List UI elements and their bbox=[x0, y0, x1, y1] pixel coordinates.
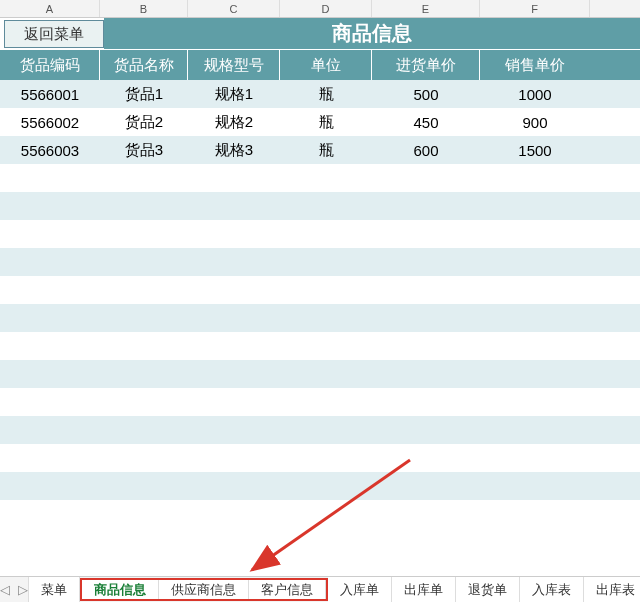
table-row[interactable] bbox=[0, 500, 640, 528]
sheet-tab[interactable]: 退货单 bbox=[456, 577, 520, 602]
cell-sale[interactable]: 900 bbox=[480, 108, 590, 136]
cell-code[interactable] bbox=[0, 276, 100, 304]
cell-unit[interactable] bbox=[280, 416, 372, 444]
cell-name[interactable] bbox=[100, 164, 188, 192]
sheet-tab[interactable]: 出库单 bbox=[392, 577, 456, 602]
cell-name[interactable] bbox=[100, 360, 188, 388]
cell-name[interactable]: 货品2 bbox=[100, 108, 188, 136]
cell-unit[interactable]: 瓶 bbox=[280, 80, 372, 108]
cell-code[interactable] bbox=[0, 248, 100, 276]
cell-unit[interactable] bbox=[280, 164, 372, 192]
cell-sale[interactable] bbox=[480, 472, 590, 500]
table-row[interactable] bbox=[0, 416, 640, 444]
sheet-tab[interactable]: 供应商信息 bbox=[159, 580, 249, 599]
cell-code[interactable]: 5566002 bbox=[0, 108, 100, 136]
cell-spec[interactable] bbox=[188, 192, 280, 220]
cell-sale[interactable] bbox=[480, 248, 590, 276]
cell-purchase[interactable] bbox=[372, 416, 480, 444]
cell-spec[interactable] bbox=[188, 472, 280, 500]
cell-code[interactable] bbox=[0, 332, 100, 360]
cell-unit[interactable]: 瓶 bbox=[280, 108, 372, 136]
cell-unit[interactable] bbox=[280, 332, 372, 360]
cell-spec[interactable] bbox=[188, 220, 280, 248]
cell-code[interactable] bbox=[0, 388, 100, 416]
sheet-tab[interactable]: 菜单 bbox=[29, 577, 80, 602]
cell-unit[interactable] bbox=[280, 388, 372, 416]
cell-spec[interactable] bbox=[188, 500, 280, 528]
cell-name[interactable] bbox=[100, 500, 188, 528]
cell-code[interactable] bbox=[0, 360, 100, 388]
cell-name[interactable]: 货品3 bbox=[100, 136, 188, 164]
cell-purchase[interactable] bbox=[372, 332, 480, 360]
cell-name[interactable] bbox=[100, 472, 188, 500]
cell-unit[interactable] bbox=[280, 360, 372, 388]
table-row[interactable] bbox=[0, 192, 640, 220]
table-row[interactable] bbox=[0, 220, 640, 248]
cell-name[interactable] bbox=[100, 304, 188, 332]
cell-spec[interactable] bbox=[188, 416, 280, 444]
tab-next-icon[interactable]: ▷ bbox=[18, 582, 28, 597]
cell-code[interactable]: 5566003 bbox=[0, 136, 100, 164]
cell-spec[interactable]: 规格1 bbox=[188, 80, 280, 108]
cell-purchase[interactable] bbox=[372, 360, 480, 388]
cell-purchase[interactable]: 500 bbox=[372, 80, 480, 108]
cell-code[interactable] bbox=[0, 444, 100, 472]
cell-purchase[interactable] bbox=[372, 444, 480, 472]
cell-unit[interactable] bbox=[280, 248, 372, 276]
cell-name[interactable] bbox=[100, 276, 188, 304]
table-row[interactable] bbox=[0, 332, 640, 360]
cell-purchase[interactable]: 450 bbox=[372, 108, 480, 136]
table-row[interactable] bbox=[0, 360, 640, 388]
table-row[interactable]: 5566002货品2规格2瓶450900 bbox=[0, 108, 640, 136]
cell-purchase[interactable] bbox=[372, 472, 480, 500]
cell-unit[interactable] bbox=[280, 304, 372, 332]
table-row[interactable]: 5566001货品1规格1瓶5001000 bbox=[0, 80, 640, 108]
cell-spec[interactable] bbox=[188, 388, 280, 416]
table-row[interactable] bbox=[0, 388, 640, 416]
cell-spec[interactable] bbox=[188, 332, 280, 360]
cell-unit[interactable] bbox=[280, 276, 372, 304]
col-letter[interactable]: C bbox=[188, 0, 280, 17]
cell-unit[interactable]: 瓶 bbox=[280, 136, 372, 164]
cell-name[interactable] bbox=[100, 248, 188, 276]
cell-sale[interactable] bbox=[480, 192, 590, 220]
cell-spec[interactable] bbox=[188, 164, 280, 192]
cell-code[interactable] bbox=[0, 164, 100, 192]
cell-purchase[interactable] bbox=[372, 276, 480, 304]
cell-spec[interactable]: 规格2 bbox=[188, 108, 280, 136]
cell-code[interactable] bbox=[0, 472, 100, 500]
cell-code[interactable] bbox=[0, 500, 100, 528]
cell-sale[interactable] bbox=[480, 388, 590, 416]
cell-sale[interactable] bbox=[480, 360, 590, 388]
cell-name[interactable] bbox=[100, 192, 188, 220]
cell-name[interactable] bbox=[100, 332, 188, 360]
col-letter[interactable]: A bbox=[0, 0, 100, 17]
cell-unit[interactable] bbox=[280, 472, 372, 500]
cell-name[interactable]: 货品1 bbox=[100, 80, 188, 108]
table-row[interactable] bbox=[0, 164, 640, 192]
cell-sale[interactable]: 1000 bbox=[480, 80, 590, 108]
cell-name[interactable] bbox=[100, 444, 188, 472]
cell-sale[interactable] bbox=[480, 332, 590, 360]
cell-name[interactable] bbox=[100, 220, 188, 248]
cell-sale[interactable] bbox=[480, 276, 590, 304]
sheet-tab[interactable]: 客户信息 bbox=[249, 580, 326, 599]
cell-purchase[interactable] bbox=[372, 164, 480, 192]
cell-sale[interactable] bbox=[480, 500, 590, 528]
cell-sale[interactable] bbox=[480, 220, 590, 248]
cell-code[interactable] bbox=[0, 192, 100, 220]
cell-spec[interactable] bbox=[188, 304, 280, 332]
cell-unit[interactable] bbox=[280, 500, 372, 528]
col-letter[interactable]: B bbox=[100, 0, 188, 17]
table-row[interactable]: 5566003货品3规格3瓶6001500 bbox=[0, 136, 640, 164]
table-row[interactable] bbox=[0, 472, 640, 500]
sheet-tab[interactable]: 商品信息 bbox=[82, 580, 159, 599]
table-row[interactable] bbox=[0, 304, 640, 332]
cell-sale[interactable] bbox=[480, 164, 590, 192]
cell-purchase[interactable] bbox=[372, 304, 480, 332]
cell-spec[interactable] bbox=[188, 360, 280, 388]
col-letter[interactable]: D bbox=[280, 0, 372, 17]
sheet-tab[interactable]: 入库表 bbox=[520, 577, 584, 602]
cell-code[interactable]: 5566001 bbox=[0, 80, 100, 108]
cell-purchase[interactable] bbox=[372, 220, 480, 248]
